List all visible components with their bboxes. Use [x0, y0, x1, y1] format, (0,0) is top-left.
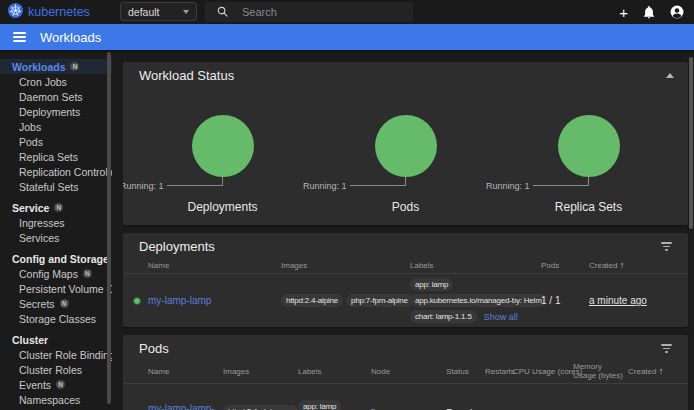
sidebar-item-label: Persistent Volume Claims: [19, 283, 112, 295]
namespaced-icon: N: [56, 380, 65, 389]
sidebar-item-label: Daemon Sets: [19, 91, 83, 103]
column-header-cpu: CPU Usage (cores): [513, 365, 573, 379]
sidebar-item-namespaces[interactable]: Namespaces: [0, 392, 112, 407]
workload-status-title: Workload Status: [139, 68, 234, 83]
sidebar-item-daemon-sets[interactable]: Daemon Sets: [0, 89, 112, 104]
sidebar-item-cron-jobs[interactable]: Cron Jobs: [0, 74, 112, 89]
column-header-created[interactable]: Created ↑: [628, 365, 688, 379]
sidebar-item-label: Ingresses: [19, 217, 65, 229]
pods-table-header: Name Images Labels Node Status Restarts …: [123, 360, 688, 384]
column-header-name[interactable]: Name: [148, 365, 223, 379]
sidebar-item-label: Workloads: [12, 61, 65, 73]
image-chip: php:7-fpm-alpine: [346, 294, 413, 307]
kubernetes-logo[interactable]: kubernetes: [8, 3, 90, 22]
sidebar-item-services[interactable]: Services: [0, 230, 112, 245]
column-header-created[interactable]: Created ↑: [589, 259, 688, 273]
filter-icon[interactable]: [659, 240, 674, 253]
deployments-table-header: Name Images Labels Pods Created ↑: [123, 258, 688, 274]
sidebar-item-secrets[interactable]: SecretsN: [0, 296, 112, 311]
sidebar-item-label: Config Maps: [19, 268, 78, 280]
running-count-label: Running: 1: [486, 181, 530, 191]
pods-chart: Running: 1 Pods: [317, 115, 495, 214]
callout-line: [350, 177, 406, 186]
image-chip: httpd:2.4-alpine: [223, 405, 298, 410]
sidebar-item-label: Cron Jobs: [19, 76, 67, 88]
app-toolbar: Workloads: [0, 24, 694, 50]
namespaced-icon: N: [83, 269, 92, 278]
sidebar-item-label: Stateful Sets: [19, 181, 79, 193]
pod-table-row: my-lamp-lamp-5fd985cf68-jwvz4 httpd:2.4-…: [123, 384, 688, 410]
sidebar-scrollbar[interactable]: [107, 52, 111, 404]
filter-icon[interactable]: [659, 342, 674, 355]
created-timestamp[interactable]: a minute ago: [589, 295, 647, 306]
create-resource-button[interactable]: +: [619, 5, 628, 20]
namespaced-icon: N: [60, 299, 69, 308]
workload-status-card: Workload Status Running: 1 Deployments R…: [123, 62, 688, 225]
sidebar-item-label: Replication Controllers: [19, 166, 112, 178]
sidebar-item-label: Deployments: [19, 106, 80, 118]
sidebar-item-storage-classes[interactable]: Storage Classes: [0, 311, 112, 326]
sidebar-item-ingresses[interactable]: Ingresses: [0, 215, 112, 230]
sidebar-item-persistent-volume-claims[interactable]: Persistent Volume ClaimsN: [0, 281, 112, 296]
notifications-bell-icon[interactable]: [643, 6, 655, 19]
namespaced-icon: N: [54, 203, 63, 212]
deployments-card-title: Deployments: [139, 239, 215, 254]
page-title: Workloads: [40, 30, 101, 45]
sidebar-item-replication-controllers[interactable]: Replication Controllers: [0, 164, 112, 179]
running-count-label: Running: 1: [303, 181, 347, 191]
search-input[interactable]: [242, 6, 392, 18]
sidebar-item-label: Replica Sets: [19, 151, 78, 163]
pod-name-link[interactable]: my-lamp-lamp-5fd985cf68-jwvz4: [148, 403, 215, 410]
sidebar-item-cluster-role-bindings[interactable]: Cluster Role Bindings: [0, 347, 112, 362]
replica-sets-chart: Running: 1 Replica Sets: [500, 115, 678, 214]
sort-ascending-icon: ↑: [659, 366, 664, 376]
account-user-icon[interactable]: [670, 5, 684, 19]
callout-line: [167, 177, 223, 186]
namespaced-icon: N: [70, 62, 79, 71]
sidebar-item-events[interactable]: EventsN: [0, 377, 112, 392]
label-chip: chart: lamp-1.1.5: [410, 310, 477, 323]
search-icon: [217, 3, 228, 21]
menu-icon[interactable]: [13, 30, 26, 44]
column-header-status: Status: [446, 365, 485, 379]
column-header-restarts: Restarts: [485, 365, 513, 379]
column-header-name[interactable]: Name: [148, 259, 281, 273]
workload-pie: [558, 115, 620, 177]
sidebar-item-label: Pods: [19, 136, 43, 148]
sidebar-item-config-and-storage: Config and Storage: [0, 251, 112, 266]
sidebar-item-label: Jobs: [19, 121, 41, 133]
namespace-value: default: [128, 6, 160, 18]
pods-card: Pods Name Images Labels Node Status Rest…: [123, 335, 688, 410]
label-chip: app.kubernetes.io/managed-by: Helm: [410, 294, 547, 307]
sidebar-item-label: Namespaces: [19, 394, 80, 406]
deployments-card: Deployments Name Images Labels Pods Crea…: [123, 233, 688, 327]
main-scrollbar[interactable]: [689, 57, 693, 229]
sidebar-item-label: Services: [19, 232, 59, 244]
deployment-table-row: my-lamp-lamp httpd:2.4-alpine php:7-fpm-…: [123, 274, 688, 327]
chart-title: Deployments: [134, 200, 312, 214]
callout-line: [533, 177, 589, 186]
sidebar-item-label: Secrets: [19, 298, 55, 310]
workload-pie: [375, 115, 437, 177]
sidebar-item-cluster-roles[interactable]: Cluster Roles: [0, 362, 112, 377]
pods-ready-count: 1 / 1: [541, 295, 589, 306]
sidebar-item-pods[interactable]: Pods: [0, 134, 112, 149]
sidebar-item-workloads[interactable]: WorkloadsN: [0, 59, 112, 74]
top-bar: kubernetes default +: [0, 0, 694, 24]
namespace-selector[interactable]: default: [120, 2, 197, 21]
workload-pie: [192, 115, 254, 177]
chart-title: Replica Sets: [500, 200, 678, 214]
label-chip: app: lamp: [298, 400, 341, 410]
sidebar-item-jobs[interactable]: Jobs: [0, 119, 112, 134]
deployment-name-link[interactable]: my-lamp-lamp: [148, 295, 211, 306]
sidebar-item-config-maps[interactable]: Config MapsN: [0, 266, 112, 281]
search-bar: [205, 2, 413, 22]
sidebar-item-cluster: Cluster: [0, 332, 112, 347]
sidebar-item-label: Cluster Roles: [19, 364, 82, 376]
collapse-card-icon[interactable]: [666, 73, 674, 78]
column-header-images: Images: [223, 365, 298, 379]
sidebar-item-deployments[interactable]: Deployments: [0, 104, 112, 119]
sidebar-item-replica-sets[interactable]: Replica Sets: [0, 149, 112, 164]
show-all-labels-link[interactable]: Show all: [484, 312, 518, 322]
sidebar-item-stateful-sets[interactable]: Stateful Sets: [0, 179, 112, 194]
